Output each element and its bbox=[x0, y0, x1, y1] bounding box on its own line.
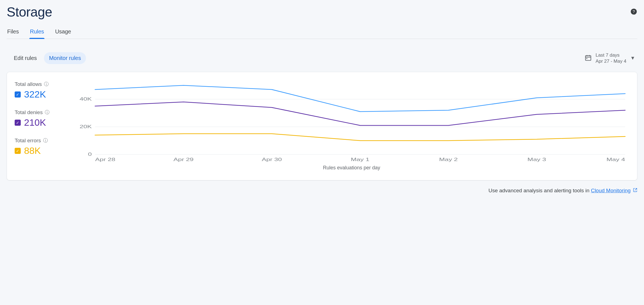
legend-allows-checkbox[interactable]: ✓ bbox=[15, 91, 21, 98]
legend-denies-value: 210K bbox=[24, 117, 46, 128]
legend-item-allows: Total allows ⓘ ✓ 322K bbox=[15, 81, 67, 100]
svg-text:May 2: May 2 bbox=[439, 157, 458, 162]
main-tabs: Files Rules Usage bbox=[7, 25, 637, 39]
svg-text:Apr 30: Apr 30 bbox=[262, 157, 282, 162]
date-range-label: Last 7 days bbox=[596, 52, 627, 58]
rules-subtabs: Edit rules Monitor rules bbox=[9, 52, 86, 64]
chevron-down-icon: ▼ bbox=[630, 55, 635, 61]
tab-usage[interactable]: Usage bbox=[54, 25, 72, 39]
svg-rect-6 bbox=[586, 58, 587, 59]
legend-allows-label: Total allows bbox=[15, 81, 42, 87]
legend-denies-label: Total denies bbox=[15, 109, 43, 115]
help-icon[interactable]: ⓘ bbox=[44, 81, 49, 87]
legend-item-denies: Total denies ⓘ ✓ 210K bbox=[15, 109, 67, 128]
help-icon[interactable]: ? bbox=[630, 8, 637, 16]
legend-item-errors: Total errors ⓘ ✓ 88K bbox=[15, 137, 67, 156]
legend-errors-value: 88K bbox=[24, 145, 41, 156]
tab-rules[interactable]: Rules bbox=[29, 25, 44, 39]
tab-files[interactable]: Files bbox=[7, 25, 19, 39]
rules-chart: 020K40KApr 28Apr 29Apr 30May 1May 2May 3… bbox=[74, 80, 629, 163]
footer-note: Use advanced analysis and alerting tools… bbox=[7, 188, 637, 194]
page-title: Storage bbox=[7, 4, 52, 20]
legend-errors-checkbox[interactable]: ✓ bbox=[15, 148, 21, 154]
calendar-icon bbox=[585, 54, 592, 62]
chart-legend: Total allows ⓘ ✓ 322K Total denies ⓘ ✓ bbox=[15, 80, 67, 171]
subtab-edit-rules[interactable]: Edit rules bbox=[9, 52, 42, 64]
help-icon[interactable]: ⓘ bbox=[45, 109, 49, 115]
date-range-picker[interactable]: Last 7 days Apr 27 - May 4 ▼ bbox=[585, 52, 635, 64]
svg-text:0: 0 bbox=[88, 152, 92, 157]
chart-xlabel: Rules evaluations per day bbox=[74, 165, 629, 171]
svg-text:40K: 40K bbox=[80, 96, 92, 101]
help-icon[interactable]: ⓘ bbox=[43, 137, 48, 144]
subtab-monitor-rules[interactable]: Monitor rules bbox=[44, 52, 86, 64]
svg-text:Apr 29: Apr 29 bbox=[173, 157, 193, 162]
svg-rect-2 bbox=[585, 56, 591, 60]
cloud-monitoring-link[interactable]: Cloud Monitoring bbox=[591, 188, 631, 193]
monitor-rules-card: Total allows ⓘ ✓ 322K Total denies ⓘ ✓ bbox=[7, 72, 637, 180]
legend-errors-label: Total errors bbox=[15, 138, 41, 144]
svg-text:May 3: May 3 bbox=[527, 157, 546, 162]
svg-text:?: ? bbox=[633, 9, 635, 14]
footer-text: Use advanced analysis and alerting tools… bbox=[488, 188, 591, 193]
svg-text:20K: 20K bbox=[80, 124, 92, 129]
svg-text:May 4: May 4 bbox=[606, 157, 625, 162]
svg-text:Apr 28: Apr 28 bbox=[95, 157, 115, 162]
svg-text:May 1: May 1 bbox=[351, 157, 369, 162]
date-range-dates: Apr 27 - May 4 bbox=[596, 58, 627, 64]
legend-allows-value: 322K bbox=[24, 89, 46, 100]
legend-denies-checkbox[interactable]: ✓ bbox=[15, 120, 21, 126]
external-link-icon bbox=[632, 188, 637, 193]
